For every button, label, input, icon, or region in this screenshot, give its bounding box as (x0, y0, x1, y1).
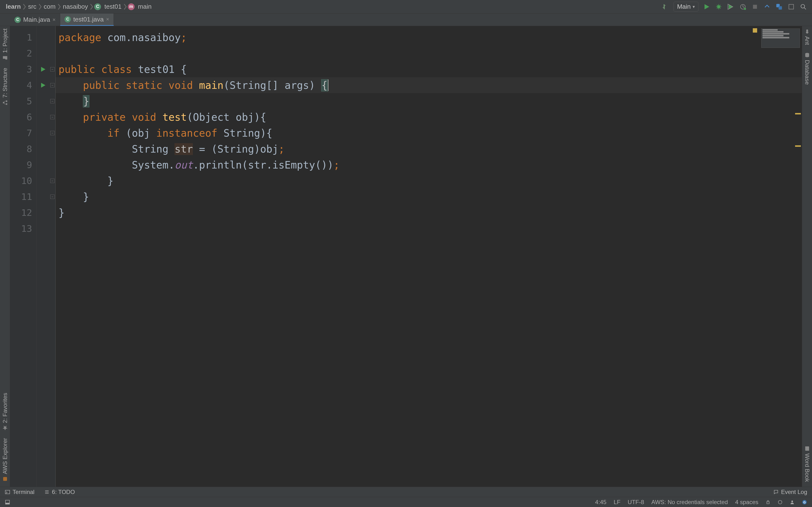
code-line[interactable]: public class test01 { (56, 61, 802, 77)
svg-rect-6 (789, 4, 794, 9)
caret-position[interactable]: 4:45 (595, 499, 607, 506)
ant-tool-button[interactable]: Ant (804, 29, 811, 45)
line-number[interactable]: 7 (10, 125, 37, 141)
memory-indicator-icon[interactable] (778, 500, 782, 505)
code-line[interactable]: package com.nasaiboy; (56, 30, 802, 45)
run-line-icon[interactable] (40, 66, 46, 72)
fold-toggle-icon[interactable]: − (50, 115, 55, 119)
breadcrumb-item[interactable]: main (137, 3, 152, 10)
fold-toggle-icon[interactable]: − (50, 99, 55, 103)
code-line[interactable]: private void test(Object obj){ (56, 109, 802, 125)
favorites-tool-button[interactable]: 2: Favorites (2, 393, 8, 431)
speech-bubble-icon (773, 489, 779, 495)
fold-toggle-icon[interactable]: − (50, 194, 55, 199)
code-area[interactable]: package com.nasaiboy;public class test01… (56, 26, 802, 487)
code-line[interactable]: String str = (String)obj; (56, 141, 802, 157)
tab-main-java[interactable]: C Main.java × (10, 13, 60, 26)
aws-explorer-tool-button[interactable]: AWS Explorer (2, 438, 8, 482)
fold-toggle-icon[interactable]: − (50, 179, 55, 183)
code-line[interactable] (56, 45, 802, 61)
code-line[interactable]: } (56, 189, 802, 205)
warning-indicator-icon (753, 28, 757, 33)
warning-marker[interactable] (795, 113, 801, 114)
code-line[interactable]: } (56, 173, 802, 189)
breadcrumb-item[interactable]: com (43, 3, 57, 10)
database-tool-button[interactable]: Database (804, 52, 811, 85)
run-button[interactable] (703, 3, 711, 11)
toolbar-right: Main ▾ (661, 2, 807, 12)
fold-toggle-icon[interactable]: − (50, 131, 55, 135)
code-line[interactable] (56, 221, 802, 237)
chevron-right-icon (90, 3, 93, 10)
todo-tool-button[interactable]: 6: TODO (44, 489, 75, 495)
translate-icon[interactable] (775, 3, 783, 11)
build-icon[interactable] (661, 3, 669, 11)
warning-marker[interactable] (795, 145, 801, 147)
svg-rect-5 (779, 6, 782, 9)
terminal-tool-button[interactable]: Terminal (5, 489, 35, 495)
indent-setting[interactable]: 4 spaces (735, 499, 758, 506)
run-configuration-selector[interactable]: Main ▾ (673, 2, 698, 12)
line-number[interactable]: 9 (10, 157, 37, 173)
chevron-right-icon (57, 3, 61, 10)
close-icon[interactable]: × (106, 16, 109, 22)
debug-button[interactable] (715, 3, 723, 11)
breadcrumb-item[interactable]: src (27, 3, 38, 10)
stop-button[interactable] (751, 3, 759, 11)
aws-status[interactable]: AWS: No credentials selected (651, 499, 728, 506)
breadcrumb-item[interactable]: nasaiboy (62, 3, 89, 10)
fold-toggle-icon[interactable]: − (50, 67, 55, 71)
tab-label: test01.java (73, 16, 104, 23)
svg-rect-11 (3, 477, 7, 481)
star-icon (2, 425, 8, 431)
goland-icon[interactable]: G (802, 500, 807, 505)
line-separator[interactable]: LF (614, 499, 620, 506)
code-line[interactable]: public static void main(String[] args) { (56, 77, 802, 93)
structure-tool-button[interactable]: 7: Structure (2, 68, 8, 106)
close-icon[interactable]: × (52, 17, 56, 23)
line-number[interactable]: 11 (10, 189, 37, 205)
editor[interactable]: 12345678910111213 −−−−−−− package com.na… (10, 26, 802, 487)
line-number[interactable]: 3 (10, 61, 37, 77)
line-number[interactable]: 1 (10, 30, 37, 45)
error-stripe[interactable] (797, 26, 801, 487)
line-number[interactable]: 6 (10, 109, 37, 125)
svg-rect-9 (6, 101, 7, 102)
profile-button[interactable] (739, 3, 747, 11)
code-line[interactable]: } (56, 93, 802, 109)
tab-label: Main.java (23, 16, 50, 23)
search-everywhere-icon[interactable] (800, 3, 807, 11)
fold-toggle-icon[interactable]: − (50, 83, 55, 88)
breadcrumb-item[interactable]: test01 (103, 3, 122, 10)
svg-point-13 (806, 31, 808, 34)
breadcrumb-item[interactable]: learn (5, 3, 22, 10)
vcs-update-icon[interactable] (763, 3, 771, 11)
run-line-icon[interactable] (40, 82, 46, 88)
event-log-tool-button[interactable]: Event Log (773, 489, 807, 495)
code-line[interactable]: System.out.println(str.isEmpty()); (56, 157, 802, 173)
chevron-down-icon: ▾ (693, 4, 695, 9)
book-icon (804, 446, 810, 451)
code-line[interactable]: if (obj instanceof String){ (56, 125, 802, 141)
inspection-profile-icon[interactable] (790, 500, 795, 505)
line-number[interactable]: 12 (10, 205, 37, 221)
code-line[interactable]: } (56, 205, 802, 221)
file-encoding[interactable]: UTF-8 (627, 499, 644, 506)
aws-icon (2, 476, 8, 482)
line-number[interactable]: 5 (10, 93, 37, 109)
line-number[interactable]: 13 (10, 221, 37, 237)
code-minimap[interactable] (761, 29, 800, 48)
tool-window-quick-access[interactable] (5, 500, 10, 505)
line-number[interactable]: 8 (10, 141, 37, 157)
project-tool-button[interactable]: 1: Project (2, 29, 8, 61)
svg-rect-15 (5, 490, 10, 494)
tab-test01-java[interactable]: C test01.java × (60, 13, 114, 26)
line-number[interactable]: 2 (10, 45, 37, 61)
coverage-button[interactable] (727, 3, 735, 11)
readonly-toggle-icon[interactable] (766, 500, 770, 505)
terminal-icon (5, 489, 10, 495)
line-number[interactable]: 4 (10, 77, 37, 93)
ide-settings-icon[interactable] (788, 3, 795, 11)
line-number[interactable]: 10 (10, 173, 37, 189)
wordbook-tool-button[interactable]: Word Book (804, 446, 811, 482)
